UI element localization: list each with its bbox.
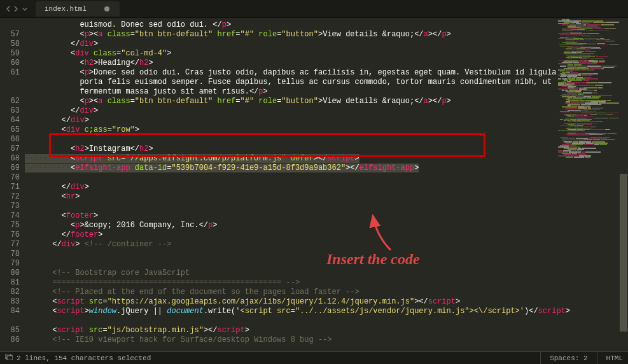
line-number: 59 (0, 49, 20, 59)
tab-bar: index.html (0, 0, 628, 18)
line-number: 79 (0, 259, 20, 269)
status-bar: 2 lines, 154 characters selected Spaces:… (0, 351, 628, 364)
svg-rect-1 (7, 356, 13, 360)
tab-modified-dot (104, 6, 109, 11)
line-number: 75 (0, 221, 20, 230)
dropdown-icon[interactable] (22, 6, 28, 12)
code-line[interactable]: <hr> (25, 192, 628, 202)
code-line[interactable]: <!-- Placed at the end of the document s… (25, 288, 628, 297)
line-number: 81 (0, 278, 20, 288)
code-line[interactable]: </div> (25, 116, 628, 125)
code-line[interactable]: fermentum massa justo sit amet risus.</p… (25, 87, 628, 97)
code-line[interactable]: ··········<script·src="//apps.elfsight.c… (25, 154, 628, 164)
line-number: 69 (0, 164, 20, 173)
line-number: 70 (0, 173, 20, 183)
line-number: 73 (0, 202, 20, 211)
line-number: 84 (0, 307, 20, 316)
line-number (0, 316, 20, 326)
code-line[interactable]: <p><a class="btn btn-default" href="#" r… (25, 97, 628, 106)
selection-icon (5, 354, 13, 362)
code-line[interactable]: euismod. Donec sed odio dui. </p> (25, 20, 628, 30)
code-line[interactable]: <div class="col-md-4"> (25, 49, 628, 59)
line-gutter: 5758596061626364656667686970717273747576… (0, 18, 25, 351)
code-line[interactable] (25, 249, 628, 259)
divider (597, 352, 597, 365)
code-line[interactable] (25, 316, 628, 326)
code-line[interactable]: <footer> (25, 211, 628, 221)
line-number: 67 (0, 144, 20, 154)
indent-setting[interactable]: Spaces: 2 (550, 354, 587, 362)
tab-index-html[interactable]: index.html (36, 1, 120, 17)
syntax-mode[interactable]: HTML (606, 354, 623, 362)
line-number: 85 (0, 326, 20, 335)
code-line[interactable] (25, 135, 628, 144)
scrollbar-thumb[interactable] (620, 174, 627, 332)
code-line[interactable]: </div> (25, 39, 628, 49)
line-number: 78 (0, 249, 20, 259)
line-number: 80 (0, 269, 20, 278)
code-line[interactable]: porta felis euismod semper. Fusce dapibu… (25, 78, 628, 87)
code-line[interactable]: <script src="js/bootstrap.min.js"></scri… (25, 326, 628, 335)
line-number: 83 (0, 297, 20, 307)
line-number: 68 (0, 154, 20, 164)
code-line[interactable] (25, 202, 628, 211)
code-content[interactable]: euismod. Donec sed odio dui. </p> <p><a … (25, 18, 628, 351)
code-line[interactable] (25, 259, 628, 269)
divider (540, 352, 541, 365)
line-number: 63 (0, 106, 20, 116)
code-line[interactable]: </div> (25, 183, 628, 192)
line-number: 86 (0, 335, 20, 345)
code-line[interactable]: <p><a class="btn btn-default" href="#" r… (25, 30, 628, 39)
line-number: 74 (0, 211, 20, 221)
code-line[interactable]: <div c;ass="row"> (25, 125, 628, 135)
line-number: 62 (0, 97, 20, 106)
selection-status: 2 lines, 154 characters selected (17, 354, 151, 362)
forward-icon[interactable] (13, 6, 19, 12)
line-number (0, 20, 20, 30)
code-line[interactable]: <script src="https://ajax.googleapis.com… (25, 297, 628, 307)
code-line[interactable] (25, 173, 628, 183)
line-number: 76 (0, 230, 20, 240)
code-line[interactable]: <!-- IE10 viewport hack for Surface/desk… (25, 335, 628, 345)
line-number: 61 (0, 68, 20, 78)
back-icon[interactable] (5, 6, 11, 12)
line-number: 72 (0, 192, 20, 202)
code-line[interactable]: <h2>Instagram</h2> (25, 144, 628, 154)
editor-area: 5758596061626364656667686970717273747576… (0, 18, 628, 351)
code-line[interactable]: <p>Donec sed odio dui. Cras justo odio, … (25, 68, 628, 78)
code-line[interactable]: <h2>Heading</h2> (25, 59, 628, 68)
code-line[interactable]: </footer> (25, 230, 628, 240)
line-number: 58 (0, 39, 20, 49)
code-line[interactable]: ··········<elfsight-app·data-id="539b700… (25, 164, 628, 173)
line-number: 82 (0, 288, 20, 297)
line-number (0, 78, 20, 87)
line-number: 57 (0, 30, 20, 39)
line-number: 60 (0, 59, 20, 68)
line-number: 77 (0, 240, 20, 249)
line-number (0, 87, 20, 97)
nav-arrows (0, 6, 33, 12)
line-number: 65 (0, 125, 20, 135)
code-line[interactable]: <p>&copy; 2016 Company, Inc.</p> (25, 221, 628, 230)
line-number: 71 (0, 183, 20, 192)
line-number: 64 (0, 116, 20, 125)
tab-title: index.html (45, 5, 87, 13)
code-line[interactable]: ========================================… (25, 278, 628, 288)
code-line[interactable]: </div> <!-- /container --> (25, 240, 628, 249)
scrollbar-track[interactable] (620, 18, 628, 339)
code-line[interactable]: <!-- Bootstrap core JavaScript (25, 269, 628, 278)
code-line[interactable]: </div> (25, 106, 628, 116)
code-line[interactable]: <script>window.jQuery || document.write(… (25, 307, 628, 316)
line-number: 66 (0, 135, 20, 144)
